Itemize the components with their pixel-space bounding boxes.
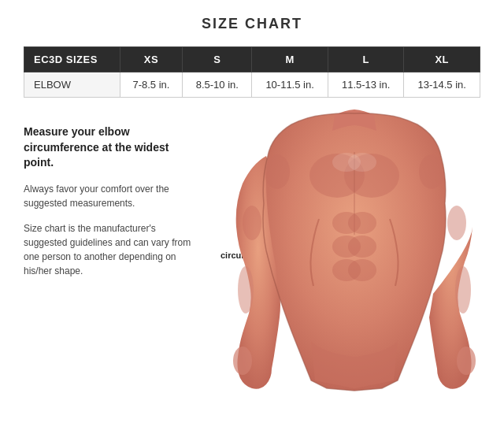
size-table: EC3D SIZES XS S M L XL ELBOW 7-8.5 in. 8… <box>24 46 480 98</box>
page-title: SIZE CHART <box>24 16 480 32</box>
comfort-text: Always favor your comfort over the sugge… <box>24 182 197 210</box>
col-header-m: M <box>252 47 328 72</box>
col-header-l: L <box>328 47 404 72</box>
svg-point-8 <box>265 154 290 189</box>
text-column: Measure your elbow circumference at the … <box>24 117 197 278</box>
body-image-area: elbow circumference <box>213 117 480 384</box>
col-header-xs: XS <box>120 47 183 72</box>
svg-point-9 <box>419 154 444 189</box>
svg-point-14 <box>233 347 252 375</box>
row-elbow-xl: 13-14.5 in. <box>404 72 480 98</box>
body-figure <box>228 109 480 392</box>
row-elbow-m: 10-11.5 in. <box>252 72 328 98</box>
col-header-sizes: EC3D SIZES <box>24 47 120 72</box>
svg-point-11 <box>447 206 466 240</box>
svg-point-17 <box>348 153 376 172</box>
page-container: SIZE CHART EC3D SIZES XS S M L XL ELBOW … <box>0 0 504 434</box>
col-header-s: S <box>183 47 252 72</box>
lower-section: Measure your elbow circumference at the … <box>24 117 480 384</box>
svg-point-3 <box>348 212 376 234</box>
table-row: ELBOW 7-8.5 in. 8.5-10 in. 10-11.5 in. 1… <box>24 72 480 98</box>
table-header-row: EC3D SIZES XS S M L XL <box>24 47 480 72</box>
svg-point-10 <box>243 206 261 240</box>
row-elbow-l: 11.5-13 in. <box>328 72 404 98</box>
svg-point-12 <box>238 266 254 313</box>
row-label-elbow: ELBOW <box>24 72 120 98</box>
svg-point-5 <box>348 236 376 258</box>
svg-point-13 <box>455 266 471 313</box>
col-header-xl: XL <box>404 47 480 72</box>
svg-point-15 <box>457 347 476 375</box>
row-elbow-xs: 7-8.5 in. <box>120 72 183 98</box>
measure-heading: Measure your elbow circumference at the … <box>24 124 197 171</box>
row-elbow-s: 8.5-10 in. <box>183 72 252 98</box>
guideline-text: Size chart is the manufacturer's suggest… <box>24 221 197 278</box>
svg-point-7 <box>348 259 376 281</box>
